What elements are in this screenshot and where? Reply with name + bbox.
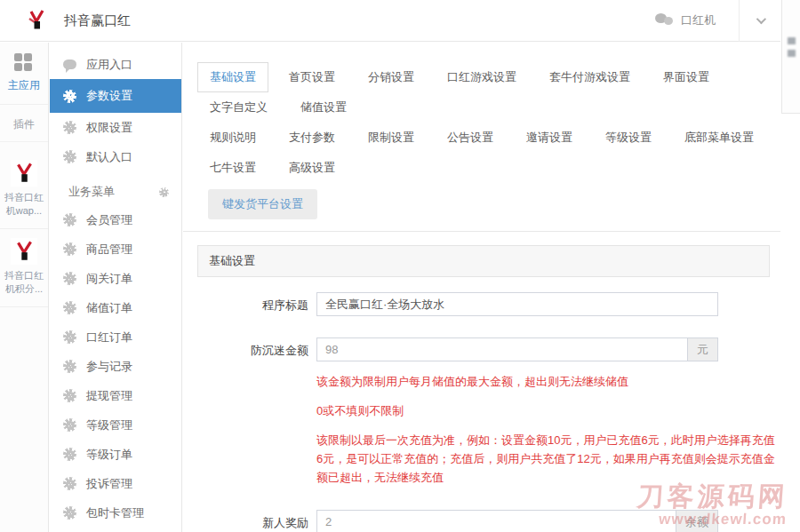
- main-app-grid-icon[interactable]: [14, 53, 34, 73]
- help-text: 该金额为限制用户每月储值的最大金额，超出则无法继续储值: [316, 372, 780, 391]
- field-label: 防沉迷金额: [197, 337, 308, 487]
- tab-invite-settings[interactable]: 邀请设置: [514, 123, 585, 153]
- gear-icon: [63, 150, 76, 163]
- wechat-icon: [655, 13, 675, 28]
- anti-addiction-input[interactable]: [316, 337, 688, 361]
- sidebar-item-timecard-orders[interactable]: 包时卡订单: [50, 528, 181, 532]
- sidebar-section-business-menu: 业务菜单: [50, 184, 171, 200]
- form-row-anti-addiction: 防沉迷金额 元 该金额为限制用户每月储值的最大金额，超出则无法继续储值 0或不填…: [197, 337, 780, 487]
- rail-plugins-label[interactable]: 插件: [0, 117, 48, 142]
- tab-text-customization[interactable]: 文字自定义: [197, 92, 280, 123]
- rail-app-wap[interactable]: 抖音口红机wap...: [0, 151, 48, 229]
- sidebar-item-label: 商品管理: [86, 242, 132, 258]
- sidebar-item-label: 参与记录: [86, 359, 132, 375]
- gear-icon: [63, 448, 76, 461]
- tab-payment-params[interactable]: 支付参数: [276, 123, 348, 153]
- rail-main-app-label[interactable]: 主应用: [0, 78, 48, 105]
- sidebar-item-level-orders[interactable]: 等级订单: [50, 440, 181, 469]
- sidebar-item-permission-settings[interactable]: 权限设置: [50, 113, 181, 142]
- gear-icon[interactable]: [159, 187, 169, 197]
- tab-announcement-settings[interactable]: 公告设置: [435, 123, 506, 153]
- tab-bull-game-settings[interactable]: 套牛付游戏设置: [537, 62, 643, 92]
- sidebar-item-label: 默认入口: [86, 149, 132, 165]
- tab-limit-settings[interactable]: 限制设置: [356, 123, 427, 153]
- sidebar-item-label: 会员管理: [86, 212, 132, 228]
- sidebar-item-label: 等级管理: [86, 417, 132, 433]
- unit-addon: 余额: [676, 510, 718, 532]
- sidebar-item-label: 应用入口: [86, 57, 132, 73]
- gear-icon: [63, 301, 76, 314]
- sidebar-item-default-entry[interactable]: 默认入口: [50, 142, 181, 171]
- lipstick-logo-icon: [25, 8, 48, 34]
- form-row-program-title: 程序标题: [197, 292, 780, 316]
- sidebar-section-label: 业务菜单: [68, 184, 115, 200]
- sidebar-item-stored-value-orders[interactable]: 储值订单: [50, 293, 181, 322]
- gear-icon: [63, 242, 76, 256]
- tab-home-settings[interactable]: 首页设置: [276, 62, 348, 92]
- rail-app-points[interactable]: 抖音口红机积分...: [0, 229, 48, 307]
- sidebar-item-label: 口红订单: [86, 330, 132, 345]
- form-section-header: 基础设置: [197, 245, 770, 277]
- top-bar: 抖音赢口红 口红机: [0, 0, 780, 42]
- rail-app-label: 抖音口红机积分...: [3, 269, 45, 296]
- tab-advanced-settings[interactable]: 高级设置: [276, 153, 348, 183]
- tabs-row-2: 规则说明 支付参数 限制设置 公告设置 邀请设置 等级设置 底部菜单设置 七牛设…: [197, 123, 780, 183]
- sidebar-item-level-management[interactable]: 等级管理: [50, 410, 181, 440]
- sidebar-item-timecard-management[interactable]: 包时卡管理: [50, 498, 181, 528]
- gear-icon: [63, 477, 76, 490]
- account-label[interactable]: 口红机: [681, 12, 716, 28]
- sidebar-item-app-entry[interactable]: 应用入口: [50, 50, 181, 79]
- main-content: 基础设置 首页设置 分销设置 口红游戏设置 套牛付游戏设置 界面设置 文字自定义…: [183, 43, 780, 532]
- field-label: 新人奖励: [197, 510, 308, 532]
- tab-qiniu-settings[interactable]: 七牛设置: [197, 153, 268, 183]
- sidebar-item-withdrawal-management[interactable]: 提现管理: [50, 381, 181, 410]
- sidebar-item-participation-records[interactable]: 参与记录: [50, 352, 181, 381]
- gear-icon: [63, 213, 76, 226]
- help-text: 0或不填则不限制: [316, 401, 780, 420]
- sidebar-item-label: 提现管理: [86, 388, 132, 404]
- newbie-reward-input[interactable]: [316, 510, 676, 532]
- lipstick-app-icon: [11, 238, 37, 265]
- sidebar-item-label: 包时卡管理: [86, 505, 144, 521]
- gear-icon: [63, 330, 76, 344]
- form-row-newbie-reward: 新人奖励 余额 不填或留空则表示新人无奖励: [197, 510, 780, 532]
- lipstick-app-icon: [11, 160, 37, 187]
- sidebar-item-parameter-settings[interactable]: 参数设置: [50, 79, 181, 113]
- edge-glyph: [788, 50, 796, 57]
- edge-glyph: [788, 37, 796, 44]
- tab-basic-settings[interactable]: 基础设置: [197, 62, 268, 92]
- gear-icon: [63, 389, 76, 402]
- tab-shipping-platform-settings[interactable]: 键发货平台设置: [208, 189, 317, 219]
- gear-icon: [63, 90, 76, 103]
- tab-rules[interactable]: 规则说明: [197, 123, 268, 153]
- tab-interface-settings[interactable]: 界面设置: [651, 62, 722, 92]
- unit-addon: 元: [688, 337, 718, 361]
- tab-stored-value-settings[interactable]: 储值设置: [288, 92, 359, 123]
- sidebar-item-member-management[interactable]: 会员管理: [50, 205, 181, 234]
- chevron-down-icon: [756, 14, 766, 24]
- app-title: 抖音赢口红: [64, 12, 131, 29]
- right-edge-panel: [781, 0, 800, 114]
- gear-icon: [63, 121, 76, 134]
- sidebar-item-label: 储值订单: [86, 300, 132, 316]
- program-title-input[interactable]: [316, 292, 718, 316]
- app-rail: 主应用 插件 抖音口红机wap... 抖音口红机积分...: [0, 43, 49, 532]
- tab-lipstick-game-settings[interactable]: 口红游戏设置: [435, 62, 529, 92]
- gear-icon: [63, 360, 76, 373]
- tab-distribution-settings[interactable]: 分销设置: [356, 62, 427, 92]
- tab-bottom-menu-settings[interactable]: 底部菜单设置: [672, 123, 766, 153]
- sidebar-item-product-management[interactable]: 商品管理: [50, 234, 181, 264]
- chat-bubble-icon: [63, 60, 76, 69]
- sidebar-item-label: 闯关订单: [86, 271, 132, 287]
- tab-level-settings[interactable]: 等级设置: [593, 123, 664, 153]
- account-dropdown[interactable]: [740, 17, 780, 24]
- sidebar-item-label: 投诉管理: [86, 476, 132, 492]
- tabs-divider: [183, 231, 780, 232]
- sidebar: 应用入口 参数设置 权限设置 默认入口 业务菜单 会员管理 商品管理 闯关订单 …: [50, 43, 182, 532]
- sidebar-item-challenge-orders[interactable]: 闯关订单: [50, 264, 181, 293]
- sidebar-item-label: 权限设置: [86, 120, 132, 136]
- rail-app-label: 抖音口红机wap...: [3, 191, 45, 218]
- gear-icon: [63, 272, 76, 285]
- sidebar-item-lipstick-orders[interactable]: 口红订单: [50, 322, 181, 352]
- sidebar-item-complaint-management[interactable]: 投诉管理: [50, 469, 181, 498]
